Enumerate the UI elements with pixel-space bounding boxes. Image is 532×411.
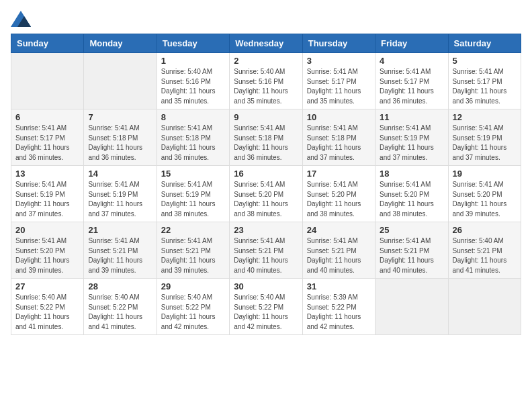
calendar-cell: 20Sunrise: 5:41 AMSunset: 5:20 PMDayligh… [11, 222, 84, 279]
day-number: 22 [161, 225, 225, 235]
calendar-cell: 27Sunrise: 5:40 AMSunset: 5:22 PMDayligh… [11, 279, 84, 335]
logo [11, 11, 32, 26]
header-day-friday: Friday [375, 34, 448, 53]
day-number: 17 [307, 169, 371, 179]
calendar-cell: 8Sunrise: 5:41 AMSunset: 5:18 PMDaylight… [157, 109, 229, 166]
calendar-cell: 12Sunrise: 5:41 AMSunset: 5:19 PMDayligh… [448, 109, 521, 166]
calendar-cell: 10Sunrise: 5:41 AMSunset: 5:18 PMDayligh… [302, 109, 375, 166]
cell-content: Sunrise: 5:41 AMSunset: 5:19 PMDaylight:… [453, 124, 517, 163]
day-number: 2 [234, 56, 298, 66]
week-row-1: 6Sunrise: 5:41 AMSunset: 5:17 PMDaylight… [11, 109, 521, 166]
calendar-cell: 19Sunrise: 5:41 AMSunset: 5:20 PMDayligh… [448, 166, 521, 222]
day-number: 26 [453, 225, 517, 235]
calendar-cell: 3Sunrise: 5:41 AMSunset: 5:17 PMDaylight… [302, 53, 375, 109]
header-day-wednesday: Wednesday [230, 34, 302, 53]
day-number: 30 [234, 281, 298, 291]
cell-content: Sunrise: 5:39 AMSunset: 5:22 PMDaylight:… [307, 293, 371, 332]
header-day-monday: Monday [84, 34, 157, 53]
calendar-cell: 13Sunrise: 5:41 AMSunset: 5:19 PMDayligh… [11, 166, 84, 222]
calendar-cell: 29Sunrise: 5:40 AMSunset: 5:22 PMDayligh… [157, 279, 229, 335]
cell-content: Sunrise: 5:41 AMSunset: 5:19 PMDaylight:… [161, 180, 225, 219]
cell-content: Sunrise: 5:41 AMSunset: 5:17 PMDaylight:… [380, 67, 443, 106]
cell-content: Sunrise: 5:41 AMSunset: 5:19 PMDaylight:… [88, 180, 152, 219]
cell-content: Sunrise: 5:40 AMSunset: 5:16 PMDaylight:… [161, 67, 225, 106]
cell-content: Sunrise: 5:41 AMSunset: 5:20 PMDaylight:… [234, 180, 298, 219]
calendar-cell: 4Sunrise: 5:41 AMSunset: 5:17 PMDaylight… [375, 53, 448, 109]
day-number: 24 [307, 225, 371, 235]
calendar-cell: 14Sunrise: 5:41 AMSunset: 5:19 PMDayligh… [84, 166, 157, 222]
week-row-0: 1Sunrise: 5:40 AMSunset: 5:16 PMDaylight… [11, 53, 521, 109]
day-number: 15 [161, 169, 225, 179]
day-number: 3 [307, 56, 371, 66]
day-number: 6 [15, 112, 79, 122]
cell-content: Sunrise: 5:41 AMSunset: 5:20 PMDaylight:… [453, 180, 517, 219]
calendar-cell: 22Sunrise: 5:41 AMSunset: 5:21 PMDayligh… [157, 222, 229, 279]
day-number: 27 [15, 281, 79, 291]
logo-icon [11, 11, 30, 26]
calendar-cell: 31Sunrise: 5:39 AMSunset: 5:22 PMDayligh… [302, 279, 375, 335]
day-number: 20 [15, 225, 79, 235]
day-number: 21 [88, 225, 152, 235]
calendar-cell: 15Sunrise: 5:41 AMSunset: 5:19 PMDayligh… [157, 166, 229, 222]
calendar-cell: 11Sunrise: 5:41 AMSunset: 5:19 PMDayligh… [375, 109, 448, 166]
week-row-3: 20Sunrise: 5:41 AMSunset: 5:20 PMDayligh… [11, 222, 521, 279]
cell-content: Sunrise: 5:41 AMSunset: 5:18 PMDaylight:… [307, 124, 371, 163]
day-number: 12 [453, 112, 517, 122]
calendar-cell: 26Sunrise: 5:40 AMSunset: 5:21 PMDayligh… [448, 222, 521, 279]
cell-content: Sunrise: 5:41 AMSunset: 5:21 PMDaylight:… [234, 236, 298, 275]
day-number: 23 [234, 225, 298, 235]
day-number: 4 [380, 56, 443, 66]
calendar-cell: 21Sunrise: 5:41 AMSunset: 5:21 PMDayligh… [84, 222, 157, 279]
day-number: 5 [453, 56, 517, 66]
cell-content: Sunrise: 5:41 AMSunset: 5:17 PMDaylight:… [15, 124, 79, 163]
calendar-cell: 23Sunrise: 5:41 AMSunset: 5:21 PMDayligh… [230, 222, 302, 279]
calendar-cell [448, 279, 521, 335]
header-row: SundayMondayTuesdayWednesdayThursdayFrid… [11, 34, 521, 53]
day-number: 14 [88, 169, 152, 179]
calendar-cell: 5Sunrise: 5:41 AMSunset: 5:17 PMDaylight… [448, 53, 521, 109]
cell-content: Sunrise: 5:40 AMSunset: 5:22 PMDaylight:… [15, 293, 79, 332]
week-row-4: 27Sunrise: 5:40 AMSunset: 5:22 PMDayligh… [11, 279, 521, 335]
calendar-header: SundayMondayTuesdayWednesdayThursdayFrid… [11, 34, 521, 53]
day-number: 29 [161, 281, 225, 291]
cell-content: Sunrise: 5:41 AMSunset: 5:21 PMDaylight:… [161, 236, 225, 275]
cell-content: Sunrise: 5:41 AMSunset: 5:18 PMDaylight:… [161, 124, 225, 163]
cell-content: Sunrise: 5:41 AMSunset: 5:21 PMDaylight:… [307, 236, 371, 275]
cell-content: Sunrise: 5:41 AMSunset: 5:17 PMDaylight:… [453, 67, 517, 106]
cell-content: Sunrise: 5:41 AMSunset: 5:21 PMDaylight:… [88, 236, 152, 275]
cell-content: Sunrise: 5:40 AMSunset: 5:22 PMDaylight:… [234, 293, 298, 332]
calendar-cell: 24Sunrise: 5:41 AMSunset: 5:21 PMDayligh… [302, 222, 375, 279]
cell-content: Sunrise: 5:41 AMSunset: 5:18 PMDaylight:… [234, 124, 298, 163]
day-number: 31 [307, 281, 371, 291]
day-number: 9 [234, 112, 298, 122]
calendar-cell [375, 279, 448, 335]
calendar-cell [11, 53, 84, 109]
cell-content: Sunrise: 5:41 AMSunset: 5:20 PMDaylight:… [307, 180, 371, 219]
header-day-saturday: Saturday [448, 34, 521, 53]
calendar-cell: 17Sunrise: 5:41 AMSunset: 5:20 PMDayligh… [302, 166, 375, 222]
calendar-cell: 7Sunrise: 5:41 AMSunset: 5:18 PMDaylight… [84, 109, 157, 166]
cell-content: Sunrise: 5:41 AMSunset: 5:17 PMDaylight:… [307, 67, 371, 106]
day-number: 28 [88, 281, 152, 291]
cell-content: Sunrise: 5:41 AMSunset: 5:18 PMDaylight:… [88, 124, 152, 163]
calendar-cell: 30Sunrise: 5:40 AMSunset: 5:22 PMDayligh… [230, 279, 302, 335]
calendar-cell: 9Sunrise: 5:41 AMSunset: 5:18 PMDaylight… [230, 109, 302, 166]
cell-content: Sunrise: 5:41 AMSunset: 5:19 PMDaylight:… [15, 180, 79, 219]
calendar-cell: 6Sunrise: 5:41 AMSunset: 5:17 PMDaylight… [11, 109, 84, 166]
day-number: 7 [88, 112, 152, 122]
cell-content: Sunrise: 5:41 AMSunset: 5:19 PMDaylight:… [380, 124, 443, 163]
calendar-cell: 2Sunrise: 5:40 AMSunset: 5:16 PMDaylight… [230, 53, 302, 109]
cell-content: Sunrise: 5:41 AMSunset: 5:20 PMDaylight:… [15, 236, 79, 275]
header-day-tuesday: Tuesday [157, 34, 229, 53]
week-row-2: 13Sunrise: 5:41 AMSunset: 5:19 PMDayligh… [11, 166, 521, 222]
cell-content: Sunrise: 5:40 AMSunset: 5:21 PMDaylight:… [453, 236, 517, 275]
calendar-cell [84, 53, 157, 109]
cell-content: Sunrise: 5:41 AMSunset: 5:20 PMDaylight:… [380, 180, 443, 219]
header-day-thursday: Thursday [302, 34, 375, 53]
day-number: 13 [15, 169, 79, 179]
day-number: 18 [380, 169, 443, 179]
calendar-cell: 28Sunrise: 5:40 AMSunset: 5:22 PMDayligh… [84, 279, 157, 335]
cell-content: Sunrise: 5:40 AMSunset: 5:22 PMDaylight:… [161, 293, 225, 332]
day-number: 19 [453, 169, 517, 179]
calendar-body: 1Sunrise: 5:40 AMSunset: 5:16 PMDaylight… [11, 53, 521, 335]
